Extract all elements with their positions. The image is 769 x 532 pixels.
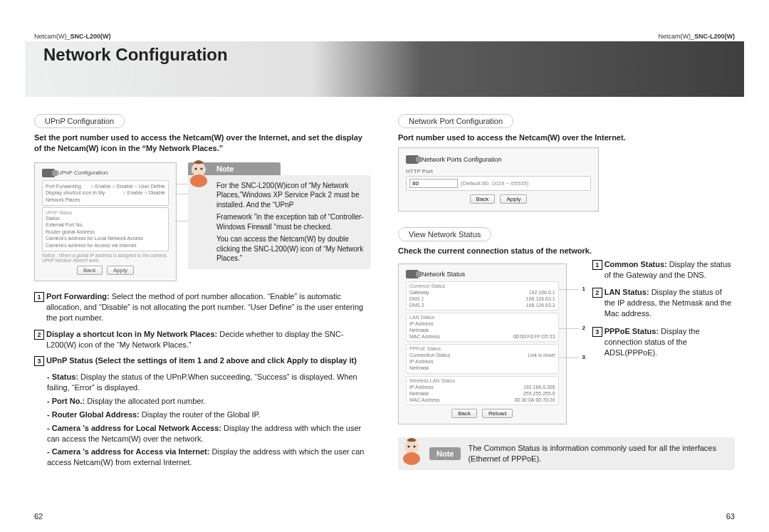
- note-character-icon: [184, 158, 214, 188]
- panel-icon: [42, 169, 55, 177]
- port-apply-button[interactable]: Apply: [500, 194, 527, 204]
- panel-icon: [406, 155, 419, 164]
- panel-icon: [406, 270, 419, 278]
- r-numbox-1: 1: [592, 260, 602, 270]
- note-label: Note: [429, 447, 461, 460]
- svg-point-3: [201, 167, 203, 169]
- header-right: Netcam(W)_SNC-L200(W): [658, 33, 735, 40]
- upnp-config-panel: UPnP Configuration Port Forwarding○ Enab…: [34, 162, 177, 282]
- numbox-2: 2: [34, 330, 44, 340]
- right-column: Network Port Configuration Port number u…: [398, 114, 735, 511]
- svg-point-7: [414, 445, 416, 447]
- port-intro: Port number used to access the Netcam(W)…: [398, 132, 735, 143]
- page-number-right: 63: [726, 512, 735, 521]
- svg-point-2: [195, 167, 197, 169]
- section-port-title: Network Port Configuration: [398, 114, 513, 128]
- note-character-icon: [397, 436, 427, 466]
- note-block-right: Note The Common Status is information co…: [398, 437, 735, 470]
- svg-point-1: [190, 174, 207, 187]
- left-column: UPnP Configuration Set the port number u…: [34, 114, 371, 511]
- numbox-1: 1: [34, 292, 44, 302]
- status-back-button[interactable]: Back: [451, 409, 477, 418]
- svg-point-6: [408, 445, 410, 447]
- status-reload-button[interactable]: Reload: [482, 409, 513, 418]
- section-upnp-title: UPnP Configuration: [34, 114, 125, 128]
- port-back-button[interactable]: Back: [470, 194, 496, 204]
- network-status-panel: Network Status Common Status Gateway192.…: [398, 264, 567, 424]
- view-intro: Check the current connection status of t…: [398, 246, 735, 256]
- http-port-input[interactable]: [409, 179, 458, 188]
- section-view-title: View Network Status: [398, 227, 491, 241]
- banner: Network Configuration: [25, 41, 744, 97]
- upnp-apply-button[interactable]: Apply: [107, 266, 134, 275]
- banner-title: Network Configuration: [43, 45, 228, 65]
- r-numbox-3: 3: [592, 327, 602, 337]
- upnp-list: 1Port Forwarding: Select the method of p…: [34, 291, 371, 468]
- r-numbox-2: 2: [592, 288, 602, 298]
- svg-point-5: [403, 452, 420, 465]
- note-block-left: Note For the SNC-L200(W)icon of “My Netw…: [188, 162, 371, 269]
- header-left: Netcam(W)_SNC-L200(W): [34, 33, 111, 40]
- upnp-back-button[interactable]: Back: [77, 266, 103, 275]
- ports-panel: Network Ports Configuration HTTP Port (D…: [398, 147, 599, 212]
- page-number-left: 62: [34, 512, 43, 521]
- upnp-intro: Set the port number used to access the N…: [34, 132, 371, 154]
- numbox-3: 3: [34, 356, 44, 366]
